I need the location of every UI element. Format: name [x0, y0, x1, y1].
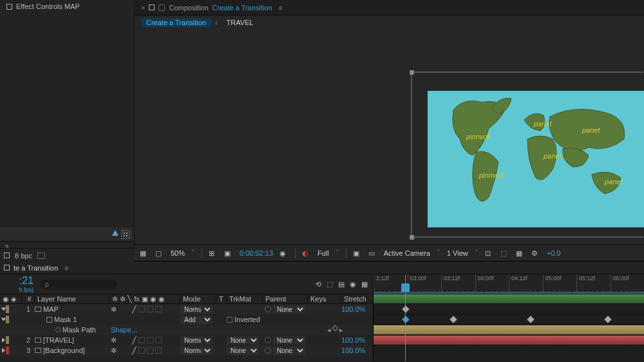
effect-controls-panel: Effect Controls MAP s ics 8 bpc: [0, 0, 135, 261]
timeline-tab[interactable]: te a Transition: [10, 263, 62, 273]
svg-text:pinnvolt: pinnvolt: [466, 133, 491, 140]
layer-bar[interactable]: [374, 336, 644, 345]
trkmat[interactable]: None: [227, 336, 259, 345]
disclosure-icon[interactable]: [112, 230, 118, 236]
chevron-left-icon: ‹: [214, 19, 219, 26]
timeline-panel: te a Transition ≡ :21 5 fps) ⟲ ⬚ ▤ ◉ ▦: [0, 261, 644, 361]
breadcrumb-item[interactable]: TRAVEL: [222, 18, 259, 27]
layer-row[interactable]: 3[Background]✲╱NormalNoneNone100.0%: [0, 345, 373, 356]
transform-handle[interactable]: [410, 235, 414, 240]
tool-icon[interactable]: ⟲: [316, 280, 321, 289]
grid-icon[interactable]: [121, 230, 130, 239]
svg-text:pinnvolt: pinnvolt: [478, 171, 504, 179]
keyframe[interactable]: [604, 316, 611, 323]
svg-text:panet: panet: [582, 126, 600, 134]
tool-icon[interactable]: ◉: [350, 280, 356, 289]
twirl-icon[interactable]: [1, 318, 6, 321]
effect-controls-title: Effect Controls MAP: [16, 3, 80, 10]
layer-row[interactable]: 2[TRAVEL]✲╱NormalNoneNone100.0%: [0, 335, 373, 345]
blend-mode[interactable]: Normal: [180, 305, 213, 314]
mask-mode[interactable]: Add: [180, 316, 213, 324]
comp-name[interactable]: Create a Transition: [213, 4, 272, 12]
stretch-value[interactable]: 100.0%: [341, 305, 367, 313]
blend-mode[interactable]: Normal: [180, 336, 213, 345]
composition-panel: × Composition Create a Transition ≡ Crea…: [135, 0, 644, 261]
timeline-tracks[interactable]: 2:12f03:00f03:12f04:00f04:12f05:00f05:12…: [374, 274, 644, 361]
trkmat[interactable]: None: [227, 347, 259, 355]
layer-row[interactable]: 1MAP✲╱NormalNone100.0%: [0, 304, 373, 314]
search-input[interactable]: [40, 280, 117, 289]
blend-mode[interactable]: Normal: [180, 347, 213, 355]
svg-text:panet: panet: [604, 178, 623, 186]
tool-icon[interactable]: ▤: [338, 280, 345, 289]
map-layer[interactable]: pinnvolt pinnvolt panet panet panet pane…: [428, 91, 644, 227]
stretch-value[interactable]: 100.0%: [341, 336, 367, 344]
label-color[interactable]: [6, 336, 9, 344]
layer-row[interactable]: Mask 1AddInverted: [0, 314, 373, 325]
twirl-icon[interactable]: [2, 348, 5, 353]
parent-dropdown[interactable]: None: [273, 347, 305, 355]
tab-icon: [4, 265, 10, 271]
ruler-tick[interactable]: 03:12f: [441, 274, 475, 293]
pickwhip-icon[interactable]: [265, 306, 271, 312]
trash-icon[interactable]: [37, 252, 45, 259]
panel-icon: [6, 4, 12, 10]
keyframe[interactable]: [402, 305, 409, 312]
transform-handle[interactable]: [410, 70, 414, 75]
ruler-tick[interactable]: 05:00f: [543, 274, 577, 293]
shape-link[interactable]: Shape...: [111, 326, 137, 334]
keyframe[interactable]: [527, 316, 534, 323]
bpc-label[interactable]: 8 bpc: [15, 252, 32, 260]
parent-dropdown[interactable]: None: [273, 336, 305, 345]
tool-icon[interactable]: ⬚: [327, 280, 333, 289]
ruler-tick[interactable]: 05:12f: [576, 274, 611, 293]
stretch-value[interactable]: 100.0%: [341, 347, 367, 354]
label-color[interactable]: [6, 347, 9, 354]
tool-icon[interactable]: ▦: [361, 280, 368, 289]
layer-row[interactable]: Mask PathShape...◂▸: [0, 325, 373, 335]
keyframe[interactable]: [402, 316, 409, 323]
time-ruler[interactable]: 2:12f03:00f03:12f04:00f04:12f05:00f05:12…: [374, 274, 644, 294]
tab-close[interactable]: ×: [141, 4, 145, 12]
svg-text:panet: panet: [533, 120, 552, 128]
current-time[interactable]: :21: [0, 275, 33, 287]
render-icon[interactable]: [4, 252, 10, 258]
layer-bar[interactable]: [374, 294, 644, 303]
panel-menu-icon[interactable]: ≡: [64, 264, 68, 272]
panel-menu-icon[interactable]: ≡: [279, 4, 283, 12]
label-color[interactable]: [6, 316, 9, 323]
ruler-tick[interactable]: 03:00f: [408, 274, 442, 293]
fps-label: 5 fps): [0, 287, 33, 293]
twirl-icon[interactable]: [1, 308, 6, 311]
svg-text:panet: panet: [543, 152, 562, 160]
column-headers: ◉ ◈ # Layer Name ✲ ✲ ╲ fx ▣ ◉ ◉ Mode T T…: [0, 294, 373, 304]
pickwhip-icon[interactable]: [265, 337, 271, 343]
layer-bar[interactable]: [374, 325, 644, 334]
inverted-checkbox[interactable]: [227, 317, 232, 323]
pickwhip-icon[interactable]: [265, 347, 271, 354]
breadcrumb: Create a Transition ‹ TRAVEL: [135, 15, 644, 30]
tab-icon: [149, 5, 155, 10]
composition-viewer[interactable]: pinnvolt pinnvolt panet panet panet pane…: [135, 30, 644, 244]
project-panel-header[interactable]: [0, 227, 134, 242]
breadcrumb-active[interactable]: Create a Transition: [141, 18, 211, 27]
ruler-tick[interactable]: 04:12f: [509, 274, 543, 293]
keyframe[interactable]: [450, 316, 457, 323]
ruler-tick[interactable]: 06:00f: [611, 274, 645, 293]
lock-icon[interactable]: [158, 5, 165, 11]
label-color[interactable]: [6, 305, 9, 313]
playhead[interactable]: [405, 274, 406, 361]
parent-dropdown[interactable]: None: [273, 305, 305, 314]
ruler-tick[interactable]: 04:00f: [475, 274, 509, 293]
twirl-icon[interactable]: [2, 338, 5, 343]
comp-label: Composition: [169, 4, 208, 12]
